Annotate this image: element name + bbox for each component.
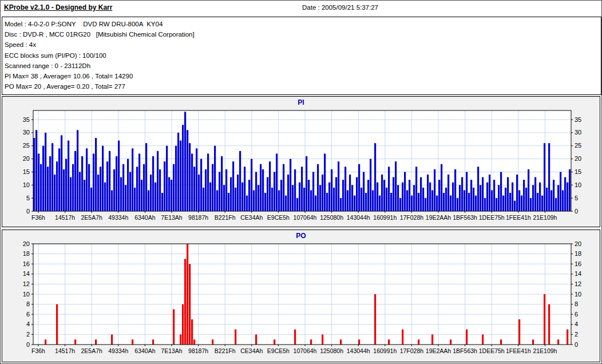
svg-text:2: 2: [575, 331, 578, 338]
svg-text:2: 2: [26, 331, 30, 338]
svg-text:1BF563h: 1BF563h: [453, 347, 477, 354]
svg-text:10: 10: [23, 291, 30, 298]
svg-text:8: 8: [575, 300, 578, 307]
svg-text:7E13Ah: 7E13Ah: [161, 347, 183, 354]
svg-text:12: 12: [575, 280, 581, 287]
svg-text:125080h: 125080h: [320, 347, 343, 354]
svg-text:14: 14: [575, 270, 581, 277]
info-line-range: Scanned range : 0 - 23112Dh: [5, 61, 601, 71]
svg-text:0: 0: [575, 208, 578, 215]
svg-text:2E5A7h: 2E5A7h: [81, 214, 103, 221]
svg-text:14517h: 14517h: [55, 214, 75, 221]
svg-text:30: 30: [575, 129, 581, 136]
svg-text:1FEE41h: 1FEE41h: [506, 214, 531, 221]
svg-text:CE34Ah: CE34Ah: [240, 214, 263, 221]
svg-text:0: 0: [26, 208, 30, 215]
svg-text:16: 16: [575, 260, 581, 267]
svg-text:20: 20: [23, 240, 30, 247]
svg-text:15: 15: [575, 168, 581, 175]
scan-date: Date : 2005/09/21 5:37:27: [302, 4, 378, 11]
svg-text:E9CE5h: E9CE5h: [267, 214, 290, 221]
info-line-disc: Disc : DVD-R , MCC 01RG20 [Mitsubishi Ch…: [5, 29, 601, 39]
svg-text:B221Fh: B221Fh: [215, 347, 236, 354]
svg-text:25: 25: [575, 142, 581, 149]
svg-text:20: 20: [575, 240, 581, 247]
svg-text:10: 10: [575, 181, 581, 188]
svg-text:0: 0: [26, 341, 30, 348]
pi-chart-canvas: 0055101015152020252530303535F36h14517h2E…: [2, 107, 600, 225]
svg-text:25: 25: [23, 142, 30, 149]
svg-text:6340Ah: 6340Ah: [134, 214, 155, 221]
svg-text:98187h: 98187h: [188, 214, 208, 221]
svg-text:20: 20: [23, 155, 30, 162]
svg-text:CE34Ah: CE34Ah: [240, 347, 263, 354]
svg-text:125080h: 125080h: [320, 214, 343, 221]
svg-text:16: 16: [23, 260, 30, 267]
svg-text:21E109h: 21E109h: [533, 214, 557, 221]
info-line-pi-summary: PI Max= 38 , Average= 10.06 , Total= 142…: [5, 71, 601, 81]
svg-text:F36h: F36h: [31, 214, 45, 221]
svg-text:18: 18: [23, 250, 30, 257]
pi-chart-panel: PI 0055101015152020252530303535F36h14517…: [2, 96, 600, 227]
svg-text:B221Fh: B221Fh: [215, 214, 236, 221]
svg-text:35: 35: [575, 116, 581, 123]
svg-text:30: 30: [23, 129, 30, 136]
svg-text:98187h: 98187h: [188, 347, 208, 354]
svg-text:1FEE41h: 1FEE41h: [506, 347, 531, 354]
svg-text:18: 18: [575, 250, 581, 257]
svg-text:6: 6: [575, 311, 578, 318]
svg-text:21E109h: 21E109h: [533, 347, 557, 354]
svg-text:14: 14: [23, 270, 30, 277]
svg-text:4: 4: [26, 321, 30, 327]
svg-text:107064h: 107064h: [294, 347, 317, 354]
svg-text:17F028h: 17F028h: [400, 214, 424, 221]
svg-text:12: 12: [23, 280, 30, 287]
svg-text:0: 0: [575, 341, 578, 348]
po-chart-title: PO: [2, 230, 600, 240]
info-line-ecc: ECC blocks sum (PI/PO) : 100/100: [5, 50, 601, 61]
info-line-model: Model : 4-0-2-0 P:SONY DVD RW DRU-800A K…: [5, 19, 601, 29]
svg-text:160991h: 160991h: [373, 214, 397, 221]
svg-text:49334h: 49334h: [108, 347, 128, 354]
svg-text:143044h: 143044h: [347, 347, 370, 354]
svg-text:1BF563h: 1BF563h: [453, 214, 477, 221]
svg-text:107064h: 107064h: [294, 214, 317, 221]
svg-text:1DEE75h: 1DEE75h: [479, 347, 505, 354]
svg-text:49334h: 49334h: [108, 214, 128, 221]
info-line-speed: Speed : 4x: [5, 39, 601, 50]
svg-text:14517h: 14517h: [55, 347, 75, 354]
svg-text:143044h: 143044h: [347, 214, 370, 221]
svg-text:2E5A7h: 2E5A7h: [81, 347, 103, 354]
svg-text:15: 15: [23, 168, 30, 175]
svg-text:19E2AAh: 19E2AAh: [426, 347, 451, 354]
svg-text:6: 6: [26, 311, 30, 318]
kprobe-window: KProbe v2.1.0 - Designed by Karr Date : …: [0, 0, 602, 364]
svg-text:7E13Ah: 7E13Ah: [161, 214, 183, 221]
svg-text:5: 5: [26, 195, 30, 201]
svg-text:19E2AAh: 19E2AAh: [426, 214, 451, 221]
pi-chart-title: PI: [2, 97, 600, 106]
svg-text:8: 8: [26, 300, 30, 307]
svg-text:20: 20: [575, 155, 581, 162]
svg-text:1DEE75h: 1DEE75h: [479, 214, 505, 221]
scan-info-box: Model : 4-0-2-0 P:SONY DVD RW DRU-800A K…: [2, 17, 601, 95]
svg-text:E9CE5h: E9CE5h: [267, 347, 290, 354]
svg-text:6340Ah: 6340Ah: [134, 347, 155, 354]
svg-text:5: 5: [575, 195, 578, 201]
po-chart-panel: PO 0022446688101012121414161618182020F36…: [2, 230, 600, 362]
svg-text:35: 35: [23, 116, 30, 123]
svg-text:F36h: F36h: [31, 347, 45, 354]
svg-text:160991h: 160991h: [373, 347, 397, 354]
info-line-po-summary: PO Max= 20 , Average= 0.20 , Total= 277: [5, 81, 601, 92]
svg-text:10: 10: [575, 291, 581, 298]
svg-text:4: 4: [575, 321, 578, 327]
svg-text:10: 10: [23, 181, 30, 188]
po-chart-canvas: 0022446688101012121414161618182020F36h14…: [2, 240, 600, 358]
svg-text:17F028h: 17F028h: [400, 347, 424, 354]
app-title: KProbe v2.1.0 - Designed by Karr: [4, 3, 112, 11]
